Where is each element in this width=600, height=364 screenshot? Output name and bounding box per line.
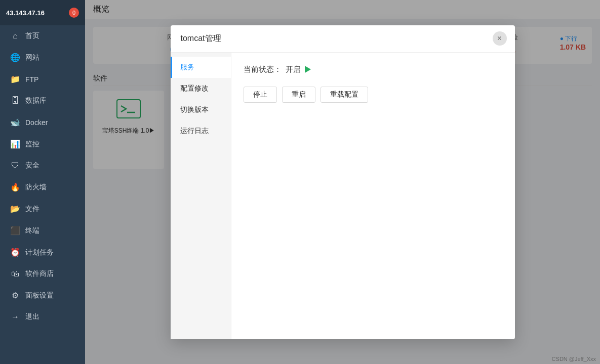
sidebar-label-logout: 退出 [25, 312, 39, 321]
sidebar-item-ftp[interactable]: 📁 FTP [0, 68, 85, 90]
action-buttons: 停止 重启 重载配置 [244, 87, 503, 103]
sidebar-label-files: 文件 [25, 205, 39, 214]
stop-button[interactable]: 停止 [244, 87, 277, 103]
status-label: 当前状态： [244, 65, 282, 74]
status-value: 开启 [286, 65, 301, 74]
home-icon: ⌂ [10, 31, 20, 41]
sidebar-item-monitor[interactable]: 📊 监控 [0, 133, 85, 155]
sidebar-label-settings: 面板设置 [25, 291, 54, 300]
sidebar: 43.143.47.16 0 ⌂ 首页 🌐 网站 📁 FTP 🗄 数据库 🐋 D… [0, 0, 85, 364]
tomcat-modal: tomcat管理 × 服务 配置修改 切换版本 运行日志 当前状态： 开启 [171, 25, 515, 339]
sidebar-label-security: 安全 [25, 161, 39, 170]
sidebar-label-ftp: FTP [25, 75, 38, 84]
sidebar-label-store: 软件商店 [25, 269, 54, 278]
sidebar-label-website: 网站 [25, 53, 39, 62]
sidebar-item-database[interactable]: 🗄 数据库 [0, 90, 85, 111]
reload-button[interactable]: 重载配置 [321, 87, 368, 103]
sidebar-item-security[interactable]: 🛡 安全 [0, 155, 85, 176]
docker-icon: 🐋 [10, 117, 20, 127]
terminal-icon: ⬛ [10, 226, 20, 235]
sidebar-item-tasks[interactable]: ⏰ 计划任务 [0, 241, 85, 263]
server-ip: 43.143.47.16 [6, 9, 45, 17]
restart-button[interactable]: 重启 [282, 87, 315, 103]
store-icon: 🛍 [10, 269, 20, 278]
logout-icon: → [10, 312, 20, 321]
modal-nav-service[interactable]: 服务 [171, 57, 231, 78]
security-icon: 🛡 [10, 161, 20, 170]
sidebar-item-docker[interactable]: 🐋 Docker [0, 111, 85, 133]
sidebar-label-docker: Docker [25, 118, 48, 127]
modal-nav: 服务 配置修改 切换版本 运行日志 [171, 53, 231, 339]
sidebar-header: 43.143.47.16 0 [0, 0, 85, 25]
modal-header: tomcat管理 × [171, 25, 515, 53]
sidebar-item-logout[interactable]: → 退出 [0, 306, 85, 328]
modal-nav-config[interactable]: 配置修改 [171, 78, 231, 99]
sidebar-label-home: 首页 [25, 31, 39, 41]
website-icon: 🌐 [10, 53, 20, 62]
monitor-icon: 📊 [10, 139, 20, 149]
main-content: 概览 网站 0 数据库 0 风险 4 软件 [85, 0, 600, 364]
sidebar-label-database: 数据库 [25, 96, 47, 105]
sidebar-item-terminal[interactable]: ⬛ 终端 [0, 220, 85, 241]
status-indicator [305, 66, 311, 73]
modal-close-button[interactable]: × [493, 31, 507, 46]
sidebar-item-website[interactable]: 🌐 网站 [0, 47, 85, 68]
database-icon: 🗄 [10, 96, 20, 105]
files-icon: 📂 [10, 204, 20, 214]
sidebar-item-settings[interactable]: ⚙ 面板设置 [0, 285, 85, 306]
sidebar-nav: ⌂ 首页 🌐 网站 📁 FTP 🗄 数据库 🐋 Docker 📊 监控 🛡 安全 [0, 25, 85, 364]
modal-overlay: tomcat管理 × 服务 配置修改 切换版本 运行日志 当前状态： 开启 [85, 0, 600, 364]
modal-nav-version[interactable]: 切换版本 [171, 99, 231, 120]
modal-service-content: 当前状态： 开启 停止 重启 重载配置 [231, 53, 515, 339]
service-status-row: 当前状态： 开启 [244, 65, 503, 74]
settings-icon: ⚙ [10, 291, 20, 300]
modal-body: 服务 配置修改 切换版本 运行日志 当前状态： 开启 停止 重启 重载配置 [171, 53, 515, 339]
sidebar-item-home[interactable]: ⌂ 首页 [0, 25, 85, 47]
modal-nav-log[interactable]: 运行日志 [171, 120, 231, 142]
sidebar-label-firewall: 防火墙 [25, 183, 47, 192]
sidebar-item-files[interactable]: 📂 文件 [0, 198, 85, 220]
firewall-icon: 🔥 [10, 182, 20, 192]
sidebar-label-monitor: 监控 [25, 140, 39, 149]
ftp-icon: 📁 [10, 74, 20, 84]
sidebar-label-terminal: 终端 [25, 226, 39, 235]
tasks-icon: ⏰ [10, 248, 20, 257]
sidebar-item-store[interactable]: 🛍 软件商店 [0, 263, 85, 285]
notification-badge: 0 [69, 8, 79, 18]
sidebar-label-tasks: 计划任务 [25, 248, 54, 257]
modal-title: tomcat管理 [181, 33, 221, 44]
sidebar-item-firewall[interactable]: 🔥 防火墙 [0, 176, 85, 198]
